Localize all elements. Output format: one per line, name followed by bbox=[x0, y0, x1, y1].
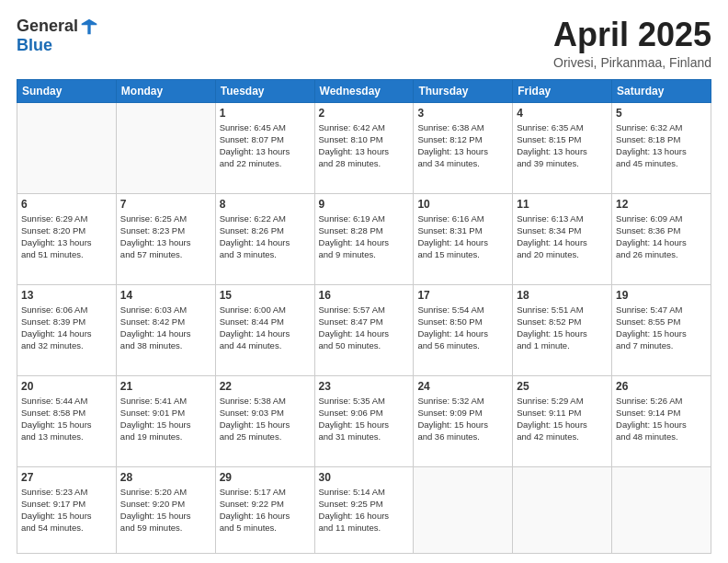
calendar-cell: 25Sunrise: 5:29 AM Sunset: 9:11 PM Dayli… bbox=[513, 375, 612, 466]
calendar-cell bbox=[116, 102, 215, 193]
day-number: 6 bbox=[21, 198, 112, 211]
day-number: 11 bbox=[517, 198, 608, 211]
day-info: Sunrise: 5:17 AM Sunset: 9:22 PM Dayligh… bbox=[220, 486, 311, 534]
day-info: Sunrise: 6:25 AM Sunset: 8:23 PM Dayligh… bbox=[120, 213, 211, 261]
day-number: 15 bbox=[220, 289, 311, 302]
day-info: Sunrise: 6:29 AM Sunset: 8:20 PM Dayligh… bbox=[21, 213, 112, 261]
logo-blue-text: Blue bbox=[17, 36, 52, 55]
day-number: 8 bbox=[220, 198, 311, 211]
calendar-cell: 27Sunrise: 5:23 AM Sunset: 9:17 PM Dayli… bbox=[17, 466, 117, 553]
calendar-cell: 1Sunrise: 6:45 AM Sunset: 8:07 PM Daylig… bbox=[215, 102, 314, 193]
day-info: Sunrise: 6:06 AM Sunset: 8:39 PM Dayligh… bbox=[21, 304, 112, 352]
calendar-cell: 24Sunrise: 5:32 AM Sunset: 9:09 PM Dayli… bbox=[414, 375, 513, 466]
day-number: 9 bbox=[319, 198, 410, 211]
calendar-cell: 5Sunrise: 6:32 AM Sunset: 8:18 PM Daylig… bbox=[612, 102, 711, 193]
calendar-header-row: SundayMondayTuesdayWednesdayThursdayFrid… bbox=[17, 79, 711, 102]
day-info: Sunrise: 6:45 AM Sunset: 8:07 PM Dayligh… bbox=[220, 121, 311, 170]
calendar-cell: 14Sunrise: 6:03 AM Sunset: 8:42 PM Dayli… bbox=[116, 284, 215, 375]
day-info: Sunrise: 5:57 AM Sunset: 8:47 PM Dayligh… bbox=[319, 304, 410, 352]
calendar-day-header: Sunday bbox=[17, 79, 117, 102]
calendar-cell: 13Sunrise: 6:06 AM Sunset: 8:39 PM Dayli… bbox=[17, 284, 117, 375]
day-number: 30 bbox=[319, 471, 410, 484]
day-number: 27 bbox=[21, 471, 112, 484]
day-info: Sunrise: 6:32 AM Sunset: 8:18 PM Dayligh… bbox=[616, 121, 707, 170]
calendar-day-header: Monday bbox=[116, 79, 215, 102]
calendar-cell: 22Sunrise: 5:38 AM Sunset: 9:03 PM Dayli… bbox=[215, 375, 314, 466]
day-number: 18 bbox=[517, 289, 608, 302]
day-info: Sunrise: 5:35 AM Sunset: 9:06 PM Dayligh… bbox=[319, 395, 410, 443]
day-info: Sunrise: 5:29 AM Sunset: 9:11 PM Dayligh… bbox=[517, 395, 608, 443]
calendar-table: SundayMondayTuesdayWednesdayThursdayFrid… bbox=[17, 79, 711, 554]
month-title: April 2025 bbox=[553, 17, 711, 53]
day-info: Sunrise: 5:47 AM Sunset: 8:55 PM Dayligh… bbox=[616, 304, 707, 352]
calendar-cell: 10Sunrise: 6:16 AM Sunset: 8:31 PM Dayli… bbox=[414, 193, 513, 284]
calendar-cell: 29Sunrise: 5:17 AM Sunset: 9:22 PM Dayli… bbox=[215, 466, 314, 553]
day-info: Sunrise: 5:32 AM Sunset: 9:09 PM Dayligh… bbox=[417, 395, 508, 443]
day-number: 3 bbox=[417, 107, 508, 120]
day-number: 7 bbox=[120, 198, 211, 211]
day-info: Sunrise: 6:09 AM Sunset: 8:36 PM Dayligh… bbox=[616, 213, 707, 261]
day-number: 1 bbox=[220, 107, 311, 120]
day-info: Sunrise: 5:51 AM Sunset: 8:52 PM Dayligh… bbox=[517, 304, 608, 352]
day-info: Sunrise: 5:20 AM Sunset: 9:20 PM Dayligh… bbox=[120, 486, 211, 534]
day-info: Sunrise: 6:22 AM Sunset: 8:26 PM Dayligh… bbox=[220, 213, 311, 261]
calendar-cell: 2Sunrise: 6:42 AM Sunset: 8:10 PM Daylig… bbox=[314, 102, 414, 193]
day-number: 22 bbox=[220, 380, 311, 393]
calendar-day-header: Tuesday bbox=[215, 79, 314, 102]
calendar-cell bbox=[513, 466, 612, 553]
calendar-day-header: Saturday bbox=[612, 79, 711, 102]
calendar-cell: 7Sunrise: 6:25 AM Sunset: 8:23 PM Daylig… bbox=[116, 193, 215, 284]
day-number: 2 bbox=[319, 107, 410, 120]
day-info: Sunrise: 5:41 AM Sunset: 9:01 PM Dayligh… bbox=[120, 395, 211, 443]
day-info: Sunrise: 6:35 AM Sunset: 8:15 PM Dayligh… bbox=[517, 121, 608, 170]
calendar-cell: 20Sunrise: 5:44 AM Sunset: 8:58 PM Dayli… bbox=[17, 375, 117, 466]
calendar-cell: 17Sunrise: 5:54 AM Sunset: 8:50 PM Dayli… bbox=[414, 284, 513, 375]
calendar-cell: 30Sunrise: 5:14 AM Sunset: 9:25 PM Dayli… bbox=[314, 466, 414, 553]
day-number: 12 bbox=[616, 198, 707, 211]
day-info: Sunrise: 5:26 AM Sunset: 9:14 PM Dayligh… bbox=[616, 395, 707, 443]
day-info: Sunrise: 6:38 AM Sunset: 8:12 PM Dayligh… bbox=[417, 121, 508, 170]
calendar-cell: 4Sunrise: 6:35 AM Sunset: 8:15 PM Daylig… bbox=[513, 102, 612, 193]
day-number: 29 bbox=[220, 471, 311, 484]
calendar-cell bbox=[414, 466, 513, 553]
calendar-cell: 8Sunrise: 6:22 AM Sunset: 8:26 PM Daylig… bbox=[215, 193, 314, 284]
calendar-cell: 9Sunrise: 6:19 AM Sunset: 8:28 PM Daylig… bbox=[314, 193, 414, 284]
day-info: Sunrise: 6:19 AM Sunset: 8:28 PM Dayligh… bbox=[319, 213, 410, 261]
day-info: Sunrise: 6:03 AM Sunset: 8:42 PM Dayligh… bbox=[120, 304, 211, 352]
logo-icon bbox=[80, 17, 98, 36]
calendar-cell: 19Sunrise: 5:47 AM Sunset: 8:55 PM Dayli… bbox=[612, 284, 711, 375]
day-number: 19 bbox=[616, 289, 707, 302]
page: General Blue April 2025 Orivesi, Pirkanm… bbox=[0, 0, 728, 563]
header: General Blue April 2025 Orivesi, Pirkanm… bbox=[17, 17, 711, 70]
day-number: 21 bbox=[120, 380, 211, 393]
calendar-cell: 16Sunrise: 5:57 AM Sunset: 8:47 PM Dayli… bbox=[314, 284, 414, 375]
day-number: 13 bbox=[21, 289, 112, 302]
calendar-cell: 15Sunrise: 6:00 AM Sunset: 8:44 PM Dayli… bbox=[215, 284, 314, 375]
calendar-cell: 28Sunrise: 5:20 AM Sunset: 9:20 PM Dayli… bbox=[116, 466, 215, 553]
calendar-cell: 12Sunrise: 6:09 AM Sunset: 8:36 PM Dayli… bbox=[612, 193, 711, 284]
day-info: Sunrise: 5:38 AM Sunset: 9:03 PM Dayligh… bbox=[220, 395, 311, 443]
calendar-cell: 21Sunrise: 5:41 AM Sunset: 9:01 PM Dayli… bbox=[116, 375, 215, 466]
day-info: Sunrise: 5:44 AM Sunset: 8:58 PM Dayligh… bbox=[21, 395, 112, 443]
day-info: Sunrise: 6:16 AM Sunset: 8:31 PM Dayligh… bbox=[417, 213, 508, 261]
calendar-cell bbox=[612, 466, 711, 553]
calendar-cell: 3Sunrise: 6:38 AM Sunset: 8:12 PM Daylig… bbox=[414, 102, 513, 193]
day-number: 17 bbox=[417, 289, 508, 302]
day-number: 20 bbox=[21, 380, 112, 393]
calendar-day-header: Thursday bbox=[414, 79, 513, 102]
day-number: 16 bbox=[319, 289, 410, 302]
logo-general-text: General bbox=[17, 17, 78, 36]
day-number: 28 bbox=[120, 471, 211, 484]
day-info: Sunrise: 6:42 AM Sunset: 8:10 PM Dayligh… bbox=[319, 121, 410, 170]
calendar-cell: 23Sunrise: 5:35 AM Sunset: 9:06 PM Dayli… bbox=[314, 375, 414, 466]
day-info: Sunrise: 6:13 AM Sunset: 8:34 PM Dayligh… bbox=[517, 213, 608, 261]
day-info: Sunrise: 5:14 AM Sunset: 9:25 PM Dayligh… bbox=[319, 486, 410, 534]
calendar-cell: 11Sunrise: 6:13 AM Sunset: 8:34 PM Dayli… bbox=[513, 193, 612, 284]
day-number: 4 bbox=[517, 107, 608, 120]
day-info: Sunrise: 5:23 AM Sunset: 9:17 PM Dayligh… bbox=[21, 486, 112, 534]
day-number: 25 bbox=[517, 380, 608, 393]
day-number: 24 bbox=[417, 380, 508, 393]
calendar-day-header: Wednesday bbox=[314, 79, 414, 102]
day-info: Sunrise: 5:54 AM Sunset: 8:50 PM Dayligh… bbox=[417, 304, 508, 352]
calendar-day-header: Friday bbox=[513, 79, 612, 102]
